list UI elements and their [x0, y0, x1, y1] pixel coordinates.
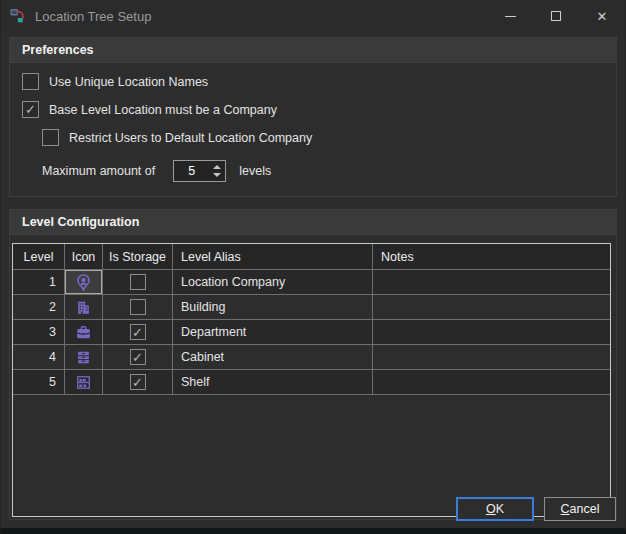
maximize-icon	[551, 11, 561, 21]
table-row: 5 Shelf	[13, 370, 610, 395]
notes-cell[interactable]	[373, 270, 610, 294]
preferences-header: Preferences	[10, 38, 616, 63]
minimize-icon	[505, 16, 516, 17]
spinner-down-icon[interactable]	[213, 173, 221, 177]
level-configuration-table: Level Icon Is Storage Level Alias Notes …	[12, 243, 611, 517]
column-header-icon[interactable]: Icon	[65, 244, 103, 269]
cabinet-icon[interactable]	[65, 345, 102, 369]
app-icon	[10, 8, 26, 24]
restrict-users-label: Restrict Users to Default Location Compa…	[69, 131, 312, 145]
levels-suffix-label: levels	[239, 164, 271, 178]
base-level-company-checkbox[interactable]	[22, 101, 39, 118]
level-cell[interactable]: 3	[13, 320, 65, 344]
level-alias-cell[interactable]: Cabinet	[173, 345, 373, 369]
is-storage-checkbox[interactable]	[130, 374, 146, 390]
table-row: 3 Department	[13, 320, 610, 345]
unique-location-names-row: Use Unique Location Names	[22, 73, 604, 90]
column-header-is-storage[interactable]: Is Storage	[103, 244, 173, 269]
briefcase-icon[interactable]	[65, 320, 102, 344]
cancel-button[interactable]: Cancel	[544, 497, 616, 521]
table-row: 2 Building	[13, 295, 610, 320]
level-cell[interactable]: 1	[13, 270, 65, 294]
spinner-up-icon[interactable]	[213, 165, 221, 169]
unique-location-names-label: Use Unique Location Names	[49, 75, 208, 89]
level-configuration-header: Level Configuration	[10, 210, 616, 235]
level-alias-cell[interactable]: Building	[173, 295, 373, 319]
table-header-row: Level Icon Is Storage Level Alias Notes	[13, 244, 610, 270]
level-cell[interactable]: 2	[13, 295, 65, 319]
minimize-button[interactable]	[487, 1, 533, 31]
unique-location-names-checkbox[interactable]	[22, 73, 39, 90]
notes-cell[interactable]	[373, 295, 610, 319]
level-alias-cell[interactable]: Location Company	[173, 270, 373, 294]
maximize-button[interactable]	[533, 1, 579, 31]
restrict-users-checkbox[interactable]	[42, 129, 59, 146]
level-alias-cell[interactable]: Shelf	[173, 370, 373, 394]
preferences-group: Preferences Use Unique Location Names Ba…	[9, 37, 617, 197]
level-cell[interactable]: 4	[13, 345, 65, 369]
column-header-level[interactable]: Level	[13, 244, 65, 269]
location-tree-setup-dialog: Location Tree Setup ✕ Preferences Use Un…	[0, 0, 626, 534]
max-levels-label: Maximum amount of	[42, 164, 155, 178]
close-button[interactable]: ✕	[579, 1, 625, 31]
shelf-icon[interactable]	[65, 370, 102, 394]
is-storage-checkbox[interactable]	[130, 274, 146, 290]
person-location-icon[interactable]	[65, 270, 102, 294]
notes-cell[interactable]	[373, 370, 610, 394]
restrict-users-row: Restrict Users to Default Location Compa…	[42, 129, 604, 146]
max-levels-value[interactable]: 5	[174, 161, 209, 181]
max-levels-row: Maximum amount of 5 levels	[42, 160, 604, 182]
base-level-company-label: Base Level Location must be a Company	[49, 103, 277, 117]
titlebar: Location Tree Setup ✕	[1, 1, 625, 31]
max-levels-spinner[interactable]: 5	[173, 160, 226, 182]
building-icon[interactable]	[65, 295, 102, 319]
column-header-notes[interactable]: Notes	[373, 244, 610, 269]
notes-cell[interactable]	[373, 320, 610, 344]
column-header-level-alias[interactable]: Level Alias	[173, 244, 373, 269]
table-row: 4 Cabinet	[13, 345, 610, 370]
notes-cell[interactable]	[373, 345, 610, 369]
is-storage-checkbox[interactable]	[130, 299, 146, 315]
close-icon: ✕	[597, 9, 608, 24]
level-configuration-group: Level Configuration Level Icon Is Storag…	[9, 209, 617, 520]
dialog-footer: OK Cancel	[456, 497, 616, 521]
is-storage-checkbox[interactable]	[130, 349, 146, 365]
window-title: Location Tree Setup	[35, 9, 151, 24]
base-level-company-row: Base Level Location must be a Company	[22, 101, 604, 118]
table-row: 1 Location Company	[13, 270, 610, 295]
level-alias-cell[interactable]: Department	[173, 320, 373, 344]
is-storage-checkbox[interactable]	[130, 324, 146, 340]
ok-button[interactable]: OK	[456, 497, 534, 521]
level-cell[interactable]: 5	[13, 370, 65, 394]
